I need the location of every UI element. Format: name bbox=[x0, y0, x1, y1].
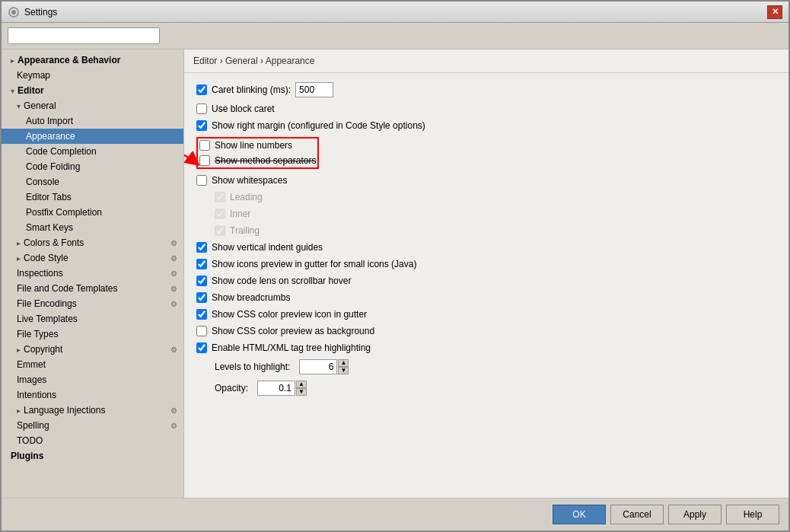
sidebar-item-general[interactable]: ▾ General bbox=[2, 98, 183, 113]
sidebar-item-code-folding[interactable]: Code Folding bbox=[2, 159, 183, 174]
sidebar-item-colors-fonts[interactable]: ▸Colors & Fonts ⚙ bbox=[2, 235, 183, 250]
caret-blinking-row: Caret blinking (ms): bbox=[196, 82, 776, 97]
sidebar-item-todo[interactable]: TODO bbox=[2, 433, 183, 448]
help-button[interactable]: Help bbox=[726, 505, 779, 524]
sidebar-item-code-completion[interactable]: Code Completion bbox=[2, 144, 183, 159]
sidebar-item-intentions[interactable]: Intentions bbox=[2, 387, 183, 403]
sidebar-item-appearance[interactable]: Appearance bbox=[2, 129, 183, 144]
trailing-checkbox[interactable] bbox=[215, 225, 225, 236]
arrow-icon: ▾ bbox=[17, 102, 21, 110]
sidebar-item-appearance-behavior[interactable]: ▸ Appearance & Behavior bbox=[2, 53, 183, 68]
sidebar-item-live-templates[interactable]: Live Templates bbox=[2, 311, 183, 327]
leading-row: Leading bbox=[215, 192, 776, 202]
show-line-numbers-label: Show line numbers bbox=[215, 140, 292, 151]
opacity-up-button[interactable]: ▲ bbox=[296, 381, 307, 388]
levels-down-button[interactable]: ▼ bbox=[338, 367, 349, 374]
show-whitespaces-checkbox[interactable] bbox=[196, 175, 207, 186]
show-css-color-bg-row: Show CSS color preview as background bbox=[196, 326, 776, 336]
caret-blinking-label: Caret blinking (ms): bbox=[212, 84, 291, 95]
gear-icon: ⚙ bbox=[170, 422, 177, 430]
gear-icon: ⚙ bbox=[170, 239, 177, 247]
gear-icon: ⚙ bbox=[170, 254, 177, 263]
sidebar-item-auto-import[interactable]: Auto Import bbox=[2, 113, 183, 129]
sidebar-item-plugins[interactable]: Plugins bbox=[2, 448, 183, 464]
show-whitespaces-label: Show whitespaces bbox=[212, 175, 287, 186]
gear-icon: ⚙ bbox=[170, 406, 177, 415]
show-icons-preview-checkbox[interactable] bbox=[196, 259, 207, 269]
sidebar-item-keymap[interactable]: Keymap bbox=[2, 68, 183, 83]
gear-icon: ⚙ bbox=[170, 269, 177, 278]
sidebar-item-file-types[interactable]: File Types bbox=[2, 327, 183, 342]
levels-input[interactable] bbox=[299, 359, 337, 374]
leading-label: Leading bbox=[230, 192, 263, 202]
enable-html-tag-checkbox[interactable] bbox=[196, 342, 207, 353]
sidebar-item-console[interactable]: Console bbox=[2, 174, 183, 190]
sidebar-item-code-style[interactable]: ▸Code Style ⚙ bbox=[2, 250, 183, 266]
sidebar-item-postfix-completion[interactable]: Postfix Completion bbox=[2, 205, 183, 220]
opacity-spinner-buttons: ▲ ▼ bbox=[296, 381, 307, 396]
show-vertical-indent-checkbox[interactable] bbox=[196, 242, 207, 253]
show-css-color-icon-row: Show CSS color preview icon in gutter bbox=[196, 309, 776, 320]
sidebar-item-inspections[interactable]: Inspections ⚙ bbox=[2, 266, 183, 281]
close-button[interactable]: ✕ bbox=[767, 5, 782, 19]
show-icons-preview-label: Show icons preview in gutter for small i… bbox=[212, 259, 416, 269]
caret-blinking-checkbox[interactable] bbox=[196, 84, 207, 95]
gear-icon: ⚙ bbox=[170, 346, 177, 354]
sidebar-item-language-injections[interactable]: ▸Language Injections ⚙ bbox=[2, 403, 183, 418]
show-css-color-icon-checkbox[interactable] bbox=[196, 309, 207, 320]
svg-point-0 bbox=[11, 10, 16, 14]
inner-label: Inner bbox=[230, 209, 250, 219]
search-input[interactable] bbox=[8, 27, 160, 44]
ok-button[interactable]: OK bbox=[553, 505, 606, 524]
show-vertical-indent-label: Show vertical indent guides bbox=[212, 242, 323, 253]
enable-html-tag-label: Enable HTML/XML tag tree highlighting bbox=[212, 342, 371, 353]
show-code-lens-checkbox[interactable] bbox=[196, 276, 207, 286]
breadcrumb: Editor › General › Appearance bbox=[184, 49, 788, 73]
apply-button[interactable]: Apply bbox=[668, 505, 722, 524]
show-line-numbers-checkbox[interactable] bbox=[199, 140, 210, 151]
sidebar-item-copyright[interactable]: ▸Copyright ⚙ bbox=[2, 342, 183, 357]
show-code-lens-row: Show code lens on scrollbar hover bbox=[196, 276, 776, 286]
right-panel: Editor › General › Appearance Caret blin… bbox=[184, 49, 788, 498]
sidebar-item-editor[interactable]: ▾ Editor bbox=[2, 83, 183, 98]
bottom-bar: OK Cancel Apply Help bbox=[2, 498, 788, 530]
leading-checkbox[interactable] bbox=[215, 192, 225, 202]
settings-content: Caret blinking (ms): Use block caret Sho… bbox=[184, 73, 788, 498]
levels-up-button[interactable]: ▲ bbox=[338, 359, 349, 367]
cancel-button[interactable]: Cancel bbox=[610, 505, 664, 524]
opacity-row: Opacity: ▲ ▼ bbox=[215, 381, 776, 396]
sidebar-item-emmet[interactable]: Emmet bbox=[2, 357, 183, 372]
enable-html-tag-row: Enable HTML/XML tag tree highlighting bbox=[196, 342, 776, 353]
sidebar-item-spelling[interactable]: Spelling ⚙ bbox=[2, 418, 183, 433]
show-right-margin-row: Show right margin (configured in Code St… bbox=[196, 120, 776, 131]
red-annotation-rect: Show line numbers Show method separators bbox=[196, 137, 319, 169]
inner-row: Inner bbox=[215, 209, 776, 219]
use-block-caret-checkbox[interactable] bbox=[196, 104, 207, 114]
show-right-margin-checkbox[interactable] bbox=[196, 120, 207, 131]
main-layout: ▸ Appearance & Behavior Keymap ▾ Editor … bbox=[2, 49, 788, 498]
settings-window: Settings ✕ ▸ Appearance & Behavior Keyma… bbox=[0, 0, 790, 532]
show-css-color-bg-checkbox[interactable] bbox=[196, 326, 207, 336]
opacity-input[interactable] bbox=[257, 381, 295, 396]
sidebar-item-smart-keys[interactable]: Smart Keys bbox=[2, 220, 183, 235]
levels-spinner: ▲ ▼ bbox=[295, 359, 349, 374]
window-title: Settings bbox=[24, 7, 767, 18]
show-breadcrumbs-label: Show breadcrumbs bbox=[212, 292, 290, 303]
show-method-separators-checkbox[interactable] bbox=[199, 155, 210, 166]
sidebar-item-images[interactable]: Images bbox=[2, 372, 183, 387]
show-whitespaces-row: Show whitespaces bbox=[196, 175, 776, 186]
show-breadcrumbs-row: Show breadcrumbs bbox=[196, 292, 776, 303]
sidebar: ▸ Appearance & Behavior Keymap ▾ Editor … bbox=[2, 49, 184, 498]
opacity-down-button[interactable]: ▼ bbox=[296, 388, 307, 396]
sidebar-item-editor-tabs[interactable]: Editor Tabs bbox=[2, 190, 183, 205]
title-bar: Settings ✕ bbox=[2, 2, 788, 23]
caret-blinking-input[interactable] bbox=[295, 82, 333, 97]
sidebar-item-file-encodings[interactable]: File Encodings ⚙ bbox=[2, 296, 183, 311]
show-right-margin-label: Show right margin (configured in Code St… bbox=[212, 120, 425, 131]
arrow-icon: ▾ bbox=[11, 87, 14, 95]
show-breadcrumbs-checkbox[interactable] bbox=[196, 292, 207, 303]
sidebar-item-file-code-templates[interactable]: File and Code Templates ⚙ bbox=[2, 281, 183, 296]
levels-spinner-buttons: ▲ ▼ bbox=[338, 359, 349, 374]
inner-checkbox[interactable] bbox=[215, 209, 225, 219]
arrow-icon: ▸ bbox=[11, 56, 14, 65]
